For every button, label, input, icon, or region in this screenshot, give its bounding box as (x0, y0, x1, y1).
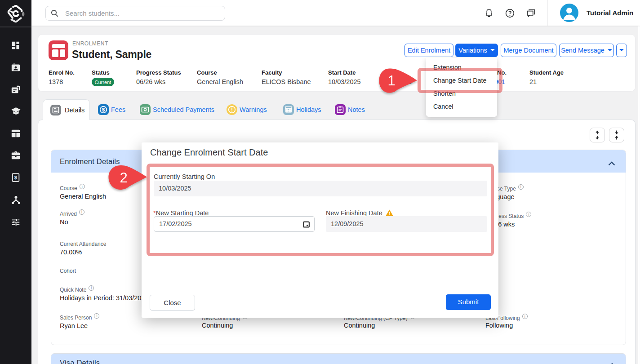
svg-text:2: 2 (120, 170, 127, 186)
svg-text:$: $ (102, 107, 105, 112)
svg-text:1: 1 (387, 73, 395, 89)
svg-text:$: $ (14, 175, 18, 180)
